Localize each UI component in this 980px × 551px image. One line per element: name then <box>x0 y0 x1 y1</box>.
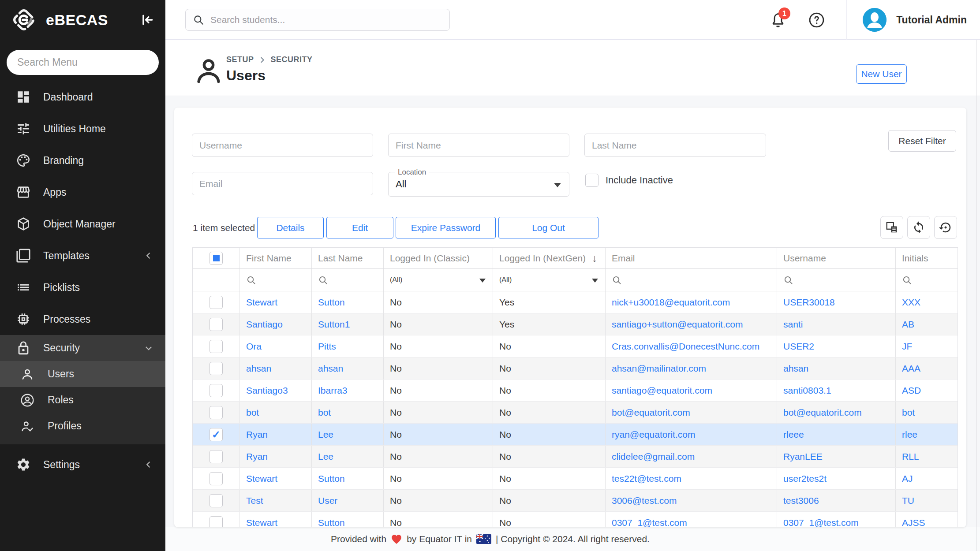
filter-username-input[interactable] <box>192 134 373 157</box>
row-checkbox[interactable] <box>209 494 223 507</box>
cell-first-name[interactable]: Ora <box>240 335 312 357</box>
cell-first-name[interactable]: Santiago3 <box>240 380 312 401</box>
reset-filter-button[interactable]: Reset Filter <box>888 130 956 152</box>
cell-username[interactable]: user2tes2t <box>777 468 896 489</box>
row-checkbox[interactable] <box>209 340 223 353</box>
row-checkbox-cell[interactable] <box>193 490 240 511</box>
cell-initials[interactable]: JF <box>896 335 958 357</box>
cell-initials[interactable]: AJSS <box>896 512 958 527</box>
col-header-last-name[interactable]: Last Name <box>312 248 384 268</box>
cell-username[interactable]: rleee <box>777 424 896 445</box>
filter-last-name-input[interactable] <box>584 134 766 157</box>
help-button[interactable] <box>808 12 825 28</box>
sidebar-item-templates[interactable]: Templates <box>0 240 165 272</box>
cell-last-name[interactable]: User <box>312 490 384 511</box>
breadcrumb-setup[interactable]: SETUP <box>226 55 254 64</box>
cell-last-name[interactable]: Ibarra3 <box>312 380 384 401</box>
cell-last-name[interactable]: ahsan <box>312 357 384 379</box>
cell-initials[interactable]: ASD <box>896 380 958 401</box>
sidebar-item-utilities-home[interactable]: Utilities Home <box>0 113 165 145</box>
notifications-button[interactable]: 1 <box>769 11 787 29</box>
row-checkbox[interactable] <box>209 516 223 528</box>
col-header-nextgen[interactable]: Logged In (NextGen)↓ <box>493 248 606 268</box>
user-name[interactable]: Tutorial Admin <box>896 0 967 40</box>
row-checkbox[interactable] <box>209 406 223 419</box>
row-checkbox-cell[interactable] <box>193 313 240 335</box>
filter-nextgen-dropdown[interactable]: (All) <box>493 269 606 291</box>
page-scrollbar[interactable] <box>976 40 976 551</box>
row-checkbox-cell[interactable] <box>193 468 240 489</box>
table-row[interactable]: SantiagoSutton1NoYessantiago+sutton@equa… <box>193 313 958 335</box>
sidebar-item-processes[interactable]: Processes <box>0 303 165 335</box>
cell-first-name[interactable]: Ryan <box>240 424 312 445</box>
table-row[interactable]: botbotNoNobot@equatorit.combot@equatorit… <box>193 402 958 424</box>
row-checkbox-cell[interactable] <box>193 291 240 313</box>
cell-last-name[interactable]: Sutton <box>312 291 384 313</box>
row-checkbox[interactable] <box>209 384 223 397</box>
cell-initials[interactable]: AJ <box>896 468 958 489</box>
location-select[interactable]: Location All <box>388 172 569 197</box>
cell-username[interactable]: USER30018 <box>777 291 896 313</box>
cell-email[interactable]: clidelee@gmail.com <box>606 446 777 467</box>
sidebar-collapse-icon[interactable] <box>139 12 154 27</box>
row-checkbox-cell[interactable] <box>193 402 240 423</box>
cell-email[interactable]: santiago+sutton@equatorit.com <box>606 313 777 335</box>
cell-email[interactable]: tes22t@test.com <box>606 468 777 489</box>
cell-email[interactable]: 0307_1@test.com <box>606 512 777 527</box>
sidebar-item-roles[interactable]: Roles <box>0 387 165 413</box>
cell-last-name[interactable]: Sutton <box>312 512 384 527</box>
cell-initials[interactable]: TU <box>896 490 958 511</box>
cell-last-name[interactable]: Lee <box>312 424 384 445</box>
cell-first-name[interactable]: Stewart <box>240 468 312 489</box>
table-row[interactable]: StewartSuttonNoNo0307_1@test.com0307_1@t… <box>193 512 958 527</box>
filter-username-cell[interactable] <box>777 269 896 291</box>
table-row[interactable]: StewartSuttonNoYesnick+u30018@equatorit.… <box>193 291 958 313</box>
new-user-button[interactable]: New User <box>856 64 907 84</box>
cell-initials[interactable]: XXX <box>896 291 958 313</box>
select-all-cell[interactable] <box>193 248 240 268</box>
cell-email[interactable]: ryan@equatorit.com <box>606 424 777 445</box>
cell-username[interactable]: santi <box>777 313 896 335</box>
cell-last-name[interactable]: Sutton <box>312 468 384 489</box>
include-inactive[interactable]: Include Inactive <box>585 174 673 187</box>
cell-username[interactable]: 0307_1@test.com <box>777 512 896 527</box>
row-checkbox-cell[interactable] <box>193 380 240 401</box>
sidebar-item-security[interactable]: Security <box>0 335 165 361</box>
cell-initials[interactable]: bot <box>896 402 958 423</box>
row-checkbox-cell[interactable] <box>193 335 240 357</box>
cell-last-name[interactable]: Pitts <box>312 335 384 357</box>
cell-last-name[interactable]: bot <box>312 402 384 423</box>
col-header-email[interactable]: Email <box>606 248 777 268</box>
cell-last-name[interactable]: Lee <box>312 446 384 467</box>
filter-first-name-input[interactable] <box>388 134 569 157</box>
sidebar-item-object-manager[interactable]: Object Manager <box>0 208 165 240</box>
row-checkbox[interactable] <box>209 318 223 331</box>
cell-initials[interactable]: AB <box>896 313 958 335</box>
table-row[interactable]: RyanLeeNoNoryan@equatorit.comrleeerlee <box>193 424 958 446</box>
cell-first-name[interactable]: Test <box>240 490 312 511</box>
cell-initials[interactable]: RLL <box>896 446 958 467</box>
filter-first-name-cell[interactable] <box>240 269 312 291</box>
refresh-button[interactable] <box>907 216 930 239</box>
table-row[interactable]: StewartSuttonNoNotes22t@test.comuser2tes… <box>193 468 958 490</box>
cell-email[interactable]: 3006@test.com <box>606 490 777 511</box>
avatar[interactable] <box>863 8 886 32</box>
sidebar-item-users[interactable]: Users <box>0 361 165 387</box>
expire-password-button[interactable]: Expire Password <box>396 217 496 238</box>
details-button[interactable]: Details <box>257 217 324 238</box>
row-checkbox[interactable] <box>209 450 223 463</box>
cell-first-name[interactable]: bot <box>240 402 312 423</box>
col-header-username[interactable]: Username <box>777 248 896 268</box>
menu-search-input[interactable] <box>7 50 159 75</box>
cell-first-name[interactable]: Ryan <box>240 446 312 467</box>
filter-initials-cell[interactable] <box>896 269 958 291</box>
cell-email[interactable]: santiago@equatorit.com <box>606 380 777 401</box>
history-button[interactable] <box>934 216 957 239</box>
include-inactive-checkbox[interactable] <box>585 174 598 187</box>
cell-initials[interactable]: rlee <box>896 424 958 445</box>
col-header-classic[interactable]: Logged In (Classic) <box>384 248 493 268</box>
cell-email[interactable]: Cras.convallis@DonecestNunc.com <box>606 335 777 357</box>
cell-username[interactable]: USER2 <box>777 335 896 357</box>
column-chooser-button[interactable] <box>880 216 903 239</box>
cell-first-name[interactable]: Stewart <box>240 512 312 527</box>
